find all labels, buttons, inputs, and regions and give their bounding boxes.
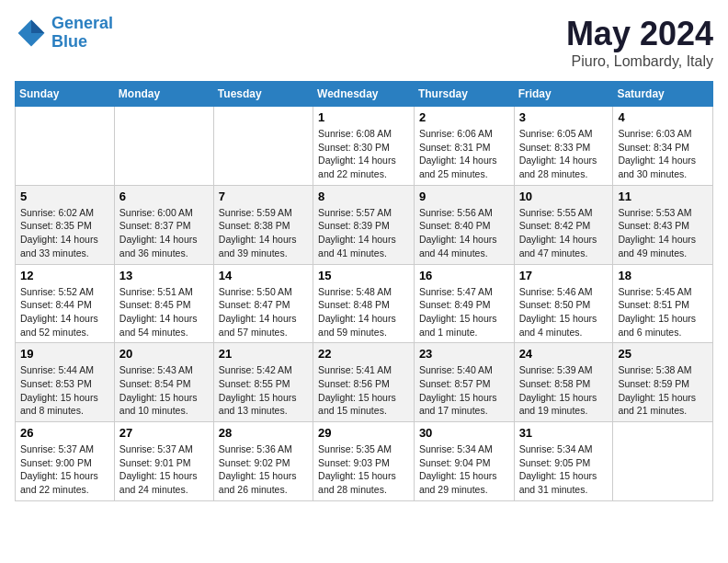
day-info: Sunrise: 5:56 AM Sunset: 8:40 PM Dayligh… (419, 206, 509, 260)
logo-general: General (51, 14, 113, 32)
day-number: 14 (219, 269, 308, 282)
day-info: Sunrise: 6:00 AM Sunset: 8:37 PM Dayligh… (119, 206, 209, 260)
day-info: Sunrise: 5:37 AM Sunset: 9:00 PM Dayligh… (20, 442, 109, 497)
calendar-cell (16, 107, 115, 186)
calendar-cell: 29Sunrise: 5:35 AM Sunset: 9:03 PM Dayli… (313, 422, 415, 501)
day-number: 8 (318, 190, 409, 203)
day-info: Sunrise: 5:42 AM Sunset: 8:55 PM Dayligh… (219, 363, 308, 418)
calendar-cell: 6Sunrise: 6:00 AM Sunset: 8:37 PM Daylig… (114, 185, 213, 264)
calendar-cell: 16Sunrise: 5:47 AM Sunset: 8:49 PM Dayli… (414, 264, 514, 343)
day-info: Sunrise: 5:48 AM Sunset: 8:48 PM Dayligh… (318, 285, 409, 339)
day-number: 22 (318, 347, 409, 361)
day-info: Sunrise: 6:06 AM Sunset: 8:31 PM Dayligh… (419, 127, 509, 181)
calendar-cell: 21Sunrise: 5:42 AM Sunset: 8:55 PM Dayli… (213, 343, 313, 422)
calendar-cell (213, 107, 313, 186)
logo: General Blue (15, 15, 113, 52)
weekday-header: Thursday (414, 82, 514, 107)
day-number: 1 (318, 110, 409, 124)
calendar-cell: 31Sunrise: 5:34 AM Sunset: 9:05 PM Dayli… (514, 422, 613, 501)
day-number: 20 (119, 347, 209, 361)
day-info: Sunrise: 5:45 AM Sunset: 8:51 PM Dayligh… (618, 285, 708, 339)
calendar-cell: 25Sunrise: 5:38 AM Sunset: 8:59 PM Dayli… (613, 343, 713, 422)
calendar-cell (613, 422, 713, 501)
day-info: Sunrise: 6:05 AM Sunset: 8:33 PM Dayligh… (519, 127, 609, 181)
day-info: Sunrise: 5:34 AM Sunset: 9:04 PM Dayligh… (419, 442, 509, 497)
day-number: 17 (519, 269, 609, 282)
calendar-cell: 23Sunrise: 5:40 AM Sunset: 8:57 PM Dayli… (414, 343, 514, 422)
calendar-cell: 27Sunrise: 5:37 AM Sunset: 9:01 PM Dayli… (114, 422, 213, 501)
calendar-cell: 15Sunrise: 5:48 AM Sunset: 8:48 PM Dayli… (313, 264, 415, 343)
logo-text: General Blue (51, 15, 113, 52)
calendar-cell: 10Sunrise: 5:55 AM Sunset: 8:42 PM Dayli… (514, 185, 613, 264)
calendar-cell: 11Sunrise: 5:53 AM Sunset: 8:43 PM Dayli… (613, 185, 713, 264)
day-info: Sunrise: 5:52 AM Sunset: 8:44 PM Dayligh… (20, 285, 109, 339)
day-number: 19 (20, 347, 109, 361)
weekday-header-row: SundayMondayTuesdayWednesdayThursdayFrid… (16, 82, 713, 107)
calendar-cell: 22Sunrise: 5:41 AM Sunset: 8:56 PM Dayli… (313, 343, 415, 422)
weekday-header: Tuesday (213, 82, 313, 107)
calendar-cell: 13Sunrise: 5:51 AM Sunset: 8:45 PM Dayli… (114, 264, 213, 343)
day-number: 18 (618, 269, 708, 282)
day-info: Sunrise: 5:53 AM Sunset: 8:43 PM Dayligh… (618, 206, 708, 260)
day-number: 10 (519, 190, 609, 203)
location: Piuro, Lombardy, Italy (566, 53, 713, 70)
calendar-cell: 3Sunrise: 6:05 AM Sunset: 8:33 PM Daylig… (514, 107, 613, 186)
calendar-cell: 30Sunrise: 5:34 AM Sunset: 9:04 PM Dayli… (414, 422, 514, 501)
month-title: May 2024 (566, 15, 713, 53)
day-info: Sunrise: 5:46 AM Sunset: 8:50 PM Dayligh… (519, 285, 609, 339)
calendar-week-row: 5Sunrise: 6:02 AM Sunset: 8:35 PM Daylig… (16, 185, 713, 264)
day-number: 7 (219, 190, 308, 203)
weekday-header: Friday (514, 82, 613, 107)
day-info: Sunrise: 5:44 AM Sunset: 8:53 PM Dayligh… (20, 363, 109, 418)
calendar-cell: 7Sunrise: 5:59 AM Sunset: 8:38 PM Daylig… (213, 185, 313, 264)
day-number: 29 (318, 426, 409, 440)
logo-icon (15, 17, 48, 50)
day-number: 25 (618, 347, 708, 361)
day-info: Sunrise: 6:02 AM Sunset: 8:35 PM Dayligh… (20, 206, 109, 260)
day-info: Sunrise: 5:39 AM Sunset: 8:58 PM Dayligh… (519, 363, 609, 418)
calendar-cell (114, 107, 213, 186)
calendar-week-row: 26Sunrise: 5:37 AM Sunset: 9:00 PM Dayli… (16, 422, 713, 501)
calendar-cell: 4Sunrise: 6:03 AM Sunset: 8:34 PM Daylig… (613, 107, 713, 186)
day-info: Sunrise: 6:03 AM Sunset: 8:34 PM Dayligh… (618, 127, 708, 181)
day-info: Sunrise: 5:51 AM Sunset: 8:45 PM Dayligh… (119, 285, 209, 339)
calendar-cell: 12Sunrise: 5:52 AM Sunset: 8:44 PM Dayli… (16, 264, 115, 343)
day-number: 27 (119, 426, 209, 440)
calendar-cell: 19Sunrise: 5:44 AM Sunset: 8:53 PM Dayli… (16, 343, 115, 422)
day-number: 21 (219, 347, 308, 361)
calendar: SundayMondayTuesdayWednesdayThursdayFrid… (15, 81, 713, 501)
day-number: 26 (20, 426, 109, 440)
day-info: Sunrise: 5:40 AM Sunset: 8:57 PM Dayligh… (419, 363, 509, 418)
title-block: May 2024 Piuro, Lombardy, Italy (566, 15, 713, 70)
day-number: 28 (219, 426, 308, 440)
weekday-header: Sunday (16, 82, 115, 107)
day-number: 15 (318, 269, 409, 282)
svg-marker-1 (31, 19, 44, 32)
calendar-cell: 26Sunrise: 5:37 AM Sunset: 9:00 PM Dayli… (16, 422, 115, 501)
day-number: 23 (419, 347, 509, 361)
weekday-header: Saturday (613, 82, 713, 107)
day-info: Sunrise: 5:50 AM Sunset: 8:47 PM Dayligh… (219, 285, 308, 339)
day-number: 31 (519, 426, 609, 440)
calendar-cell: 1Sunrise: 6:08 AM Sunset: 8:30 PM Daylig… (313, 107, 415, 186)
logo-blue: Blue (51, 32, 87, 51)
day-number: 2 (419, 110, 509, 124)
calendar-cell: 20Sunrise: 5:43 AM Sunset: 8:54 PM Dayli… (114, 343, 213, 422)
day-info: Sunrise: 5:35 AM Sunset: 9:03 PM Dayligh… (318, 442, 409, 497)
calendar-cell: 9Sunrise: 5:56 AM Sunset: 8:40 PM Daylig… (414, 185, 514, 264)
day-info: Sunrise: 5:34 AM Sunset: 9:05 PM Dayligh… (519, 442, 609, 497)
day-number: 11 (618, 190, 708, 203)
calendar-week-row: 19Sunrise: 5:44 AM Sunset: 8:53 PM Dayli… (16, 343, 713, 422)
day-info: Sunrise: 5:57 AM Sunset: 8:39 PM Dayligh… (318, 206, 409, 260)
weekday-header: Wednesday (313, 82, 415, 107)
calendar-cell: 2Sunrise: 6:06 AM Sunset: 8:31 PM Daylig… (414, 107, 514, 186)
day-number: 5 (20, 190, 109, 203)
page-header: General Blue May 2024 Piuro, Lombardy, I… (15, 15, 713, 70)
day-number: 16 (419, 269, 509, 282)
day-number: 4 (618, 110, 708, 124)
day-number: 24 (519, 347, 609, 361)
calendar-week-row: 12Sunrise: 5:52 AM Sunset: 8:44 PM Dayli… (16, 264, 713, 343)
calendar-cell: 5Sunrise: 6:02 AM Sunset: 8:35 PM Daylig… (16, 185, 115, 264)
day-number: 13 (119, 269, 209, 282)
day-info: Sunrise: 5:47 AM Sunset: 8:49 PM Dayligh… (419, 285, 509, 339)
